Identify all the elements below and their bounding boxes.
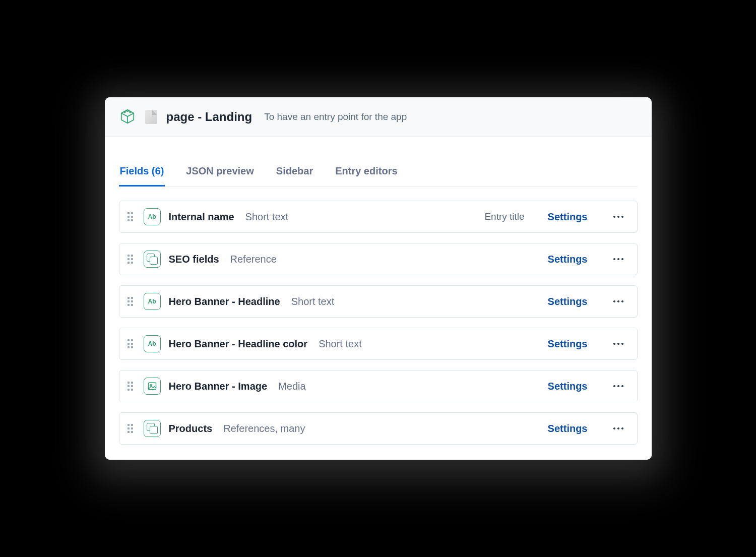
card-header: page - Landing To have an entry point fo…	[105, 97, 652, 137]
field-type: Short text	[291, 296, 335, 307]
svg-rect-3	[148, 383, 156, 389]
more-actions-icon[interactable]	[611, 300, 626, 302]
text-field-icon: Ab	[144, 335, 161, 352]
more-actions-icon[interactable]	[611, 343, 626, 345]
drag-handle-icon[interactable]	[128, 255, 136, 264]
file-icon	[145, 110, 157, 124]
field-row: Hero Banner - Image Media Settings	[119, 370, 638, 402]
more-actions-icon[interactable]	[611, 216, 626, 218]
tab-fields[interactable]: Fields (6)	[119, 165, 165, 187]
drag-handle-icon[interactable]	[128, 382, 136, 391]
more-actions-icon[interactable]	[611, 427, 626, 429]
field-row: Ab Hero Banner - Headline Short text Set…	[119, 285, 638, 318]
field-type: Short text	[245, 211, 289, 223]
content-type-icon	[119, 108, 136, 126]
tab-bar: Fields (6) JSON preview Sidebar Entry ed…	[119, 165, 638, 187]
field-row: SEO fields Reference Settings	[119, 243, 638, 275]
card-body: Fields (6) JSON preview Sidebar Entry ed…	[105, 165, 652, 460]
more-actions-icon[interactable]	[611, 258, 626, 260]
field-type: Short text	[319, 338, 362, 350]
tab-entry-editors[interactable]: Entry editors	[334, 165, 398, 187]
entry-title-badge: Entry title	[484, 211, 524, 222]
svg-point-0	[123, 111, 125, 113]
settings-button[interactable]: Settings	[548, 211, 588, 223]
settings-button[interactable]: Settings	[548, 423, 588, 435]
media-field-icon	[144, 378, 161, 395]
field-name: Hero Banner - Headline	[169, 296, 280, 307]
svg-point-1	[130, 111, 131, 113]
field-type: References, many	[223, 423, 305, 435]
field-type: Media	[278, 381, 305, 392]
reference-field-icon	[144, 251, 161, 268]
svg-point-2	[127, 110, 128, 111]
field-row: Ab Internal name Short text Entry title …	[119, 201, 638, 233]
tab-sidebar[interactable]: Sidebar	[275, 165, 314, 187]
settings-button[interactable]: Settings	[548, 381, 588, 392]
drag-handle-icon[interactable]	[128, 297, 136, 306]
settings-button[interactable]: Settings	[548, 338, 588, 350]
reference-field-icon	[144, 420, 161, 437]
field-name: Products	[169, 423, 213, 435]
field-row: Products References, many Settings	[119, 412, 638, 445]
field-list: Ab Internal name Short text Entry title …	[119, 201, 638, 445]
field-name: SEO fields	[169, 254, 219, 265]
field-name: Hero Banner - Image	[169, 381, 268, 392]
page-title: page - Landing	[166, 110, 253, 124]
drag-handle-icon[interactable]	[128, 339, 136, 348]
more-actions-icon[interactable]	[611, 385, 626, 387]
field-type: Reference	[230, 254, 277, 265]
field-name: Hero Banner - Headline color	[169, 338, 308, 350]
text-field-icon: Ab	[144, 208, 161, 225]
page-description: To have an entry point for the app	[264, 111, 407, 122]
settings-button[interactable]: Settings	[548, 254, 588, 265]
field-row: Ab Hero Banner - Headline color Short te…	[119, 328, 638, 360]
drag-handle-icon[interactable]	[128, 424, 136, 433]
field-name: Internal name	[169, 211, 234, 223]
drag-handle-icon[interactable]	[128, 212, 136, 221]
tab-json-preview[interactable]: JSON preview	[185, 165, 255, 187]
content-type-card: page - Landing To have an entry point fo…	[105, 97, 652, 460]
settings-button[interactable]: Settings	[548, 296, 588, 307]
text-field-icon: Ab	[144, 293, 161, 310]
